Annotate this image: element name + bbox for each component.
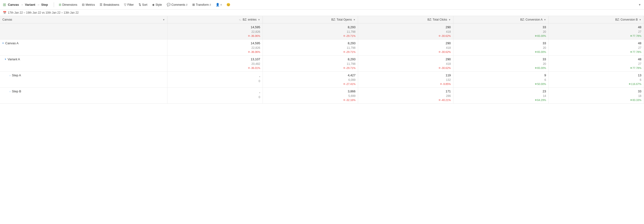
val-secondary-clicks-step_b: 286 [446,94,451,98]
delta-text-conv_b-canvas_a: 77.78% [632,50,641,54]
val-delta-clicks-step_a: ⊖-9.85% [440,82,451,86]
val-secondary-conv_a-canvas_a: 20 [543,46,546,50]
breadcrumb-canvas: Canvas [8,3,19,7]
delta-text-opens-step_b: -32.16% [346,98,356,102]
delta-text-clicks-step_b: -40.21% [441,98,451,102]
person-button[interactable]: 👤 8 [214,2,224,8]
toolbar-divider [54,3,54,7]
cell-conv_a-canvas_a: 3320⊕65.00% [454,40,549,56]
delta-text-clicks-canvas_a: -30.62% [441,50,451,54]
val-primary-entries-step_a: - [259,74,260,79]
val-secondary-conv_a-step_b: 14 [543,94,546,98]
sort-icon: ⇅ [138,3,141,7]
cell-clicks-step_a: 119132⊖-9.85% [358,72,454,88]
comments-button[interactable]: 💬 Comments β [165,2,190,8]
cell-conv_b-step_b: 3318⊕83.33% [549,88,644,104]
table-header-row: Canvas ▼ ↑↓ BZ: entries ▼ BZ: Total Open… [0,16,644,24]
table-row: 14,59522,826⊖-36.06%8,29311,798⊖-29.71%2… [0,24,644,40]
col-clicks-label: BZ: Total Clicks [427,18,447,21]
filter-icon: ▽ [124,3,126,7]
expand-chevron-step_a[interactable]: › [10,74,10,77]
cell-label-canvas_a: ▾Canvas A [0,40,168,56]
collapse-chevron-canvas_a[interactable]: ▾ [2,42,4,45]
val-primary-clicks-variant_a: 290 [446,57,451,62]
cell-conv_b-total: 4827⊕77.78% [549,24,644,40]
person-icon: 👤 [216,3,220,7]
delta-up-icon: ⊕ [535,82,537,86]
val-primary-entries-total: 14,595 [251,25,260,30]
breakdowns-button[interactable]: ☰ Breakdowns [98,2,121,8]
val-primary-opens-step_b: 3,866 [348,89,356,94]
cell-clicks-canvas_a: 290418⊖-30.62% [358,40,454,56]
val-delta-opens-total: ⊖-29.71% [343,34,356,38]
delta-text-entries-canvas_a: -36.06% [250,50,260,54]
breadcrumb-step: Step [41,3,48,7]
collapse-icon[interactable]: ▼ [638,3,641,7]
canvas-col-dropdown[interactable]: ▼ [162,19,165,21]
val-primary-conv_a-step_a: 9 [544,73,546,78]
cell-entries-total: 14,59522,826⊖-36.06% [168,24,263,40]
col-header-conv-b[interactable]: BZ: Conversion B ▼ [549,16,644,24]
delta-text-conv_a-canvas_a: 65.00% [537,50,546,54]
val-primary-conv_b-variant_a: 48 [638,57,641,62]
val-primary-conv_a-step_b: 23 [543,89,546,94]
cell-clicks-variant_a: 290418⊖-30.62% [358,56,454,72]
metrics-button[interactable]: ⊟ Metrics [80,2,97,8]
collapse-chevron-variant_a[interactable]: ▾ [5,58,6,61]
col-entries-label: BZ: entries [243,18,256,21]
val-secondary-opens-step_b: 5,699 [348,94,356,98]
style-button[interactable]: ◈ Style [150,2,164,8]
col-header-canvas: Canvas ▼ [0,16,168,24]
val-primary-conv_b-canvas_a: 48 [638,41,641,46]
delta-up-icon: ⊕ [535,66,537,70]
val-primary-conv_b-total: 48 [638,25,641,30]
delta-text-conv_b-step_a: 116.67% [631,82,641,86]
delta-text-clicks-step_a: -9.85% [442,82,451,86]
col-header-entries[interactable]: ↑↓ BZ: entries ▼ [168,16,263,24]
cell-conv_a-total: 3320⊕65.00% [454,24,549,40]
val-secondary-opens-total: 11,798 [346,30,356,34]
entries-sort-icon: ↑↓ [239,18,242,21]
cell-label-variant_a: ▾Variant A [0,56,168,72]
col-header-opens[interactable]: BZ: Total Opens ▼ [263,16,358,24]
val-secondary-conv_b-step_a: 6 [640,78,641,82]
val-secondary-clicks-canvas_a: 418 [446,46,451,50]
val-primary-opens-step_a: 4,427 [348,73,356,78]
delta-text-clicks-variant_a: -30.62% [441,66,451,70]
val-delta-conv_a-canvas_a: ⊕65.00% [535,50,546,54]
transform-button[interactable]: ⊞ Transform β [190,2,213,8]
expand-chevron-step_b[interactable]: › [10,90,10,93]
val-delta-entries-total: ⊖-36.06% [248,34,260,38]
delta-down-icon: ⊖ [440,82,442,86]
val-delta-conv_a-variant_a: ⊕65.00% [535,66,546,70]
cell-opens-variant_a: 8,29311,798⊖-29.71% [263,56,358,72]
val-primary-conv_b-step_a: 13 [638,73,641,78]
top-bar-right: ▼ [638,3,641,7]
val-primary-conv_b-step_b: 33 [638,89,641,94]
dimensions-icon: ⊞ [59,3,62,7]
val-delta-entries-canvas_a: ⊖-36.06% [248,50,260,54]
delta-up-icon: ⊕ [535,98,537,102]
dimensions-button[interactable]: ⊞ Dimensions [57,2,79,8]
cell-opens-canvas_a: 8,29311,798⊖-29.71% [263,40,358,56]
data-table-container: Canvas ▼ ↑↓ BZ: entries ▼ BZ: Total Open… [0,16,644,104]
val-delta-clicks-total: ⊖-30.62% [438,34,451,38]
cell-entries-step_b: -0 [168,88,263,104]
filter-button[interactable]: ▽ Filter [122,2,136,8]
clicks-caret: ▼ [448,19,451,21]
cell-conv_a-step_a: 96⊕50.00% [454,72,549,88]
cell-clicks-total: 290418⊖-30.62% [358,24,454,40]
breadcrumb-sep-2: → [37,3,40,7]
table-row: ▾Canvas A14,59522,826⊖-36.06%8,29311,798… [0,40,644,56]
emoji-button[interactable]: 😊 [224,2,232,8]
val-delta-clicks-variant_a: ⊖-30.62% [438,66,451,70]
date-bar: 📅 17th Jan 22 – 19th Jan 22 vs 10th Jan … [0,10,644,16]
delta-up-icon: ⊕ [630,34,632,38]
col-header-conv-a[interactable]: BZ: Conversion A ▼ [454,16,549,24]
sort-button[interactable]: ⇅ Sort [137,2,149,8]
val-secondary-conv_b-total: 27 [638,30,641,34]
col-header-clicks[interactable]: BZ: Total Clicks ▼ [358,16,454,24]
row-label-text-step_b: Step B [12,89,21,93]
val-delta-conv_a-total: ⊕65.00% [535,34,546,38]
val-delta-conv_a-step_b: ⊕64.29% [535,98,546,102]
